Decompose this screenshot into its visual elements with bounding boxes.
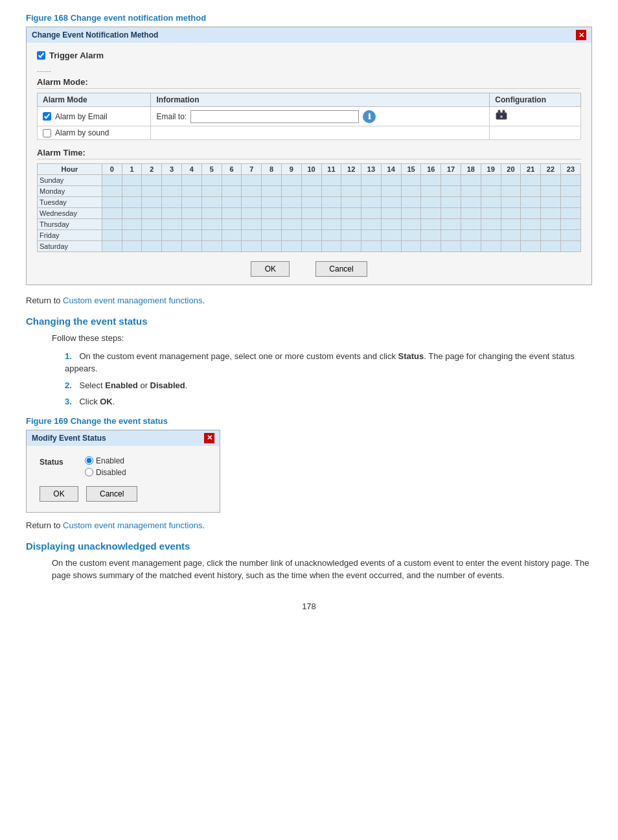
hour-cell[interactable] xyxy=(201,175,222,186)
alarm-by-email-checkbox[interactable] xyxy=(43,112,51,121)
hour-cell[interactable] xyxy=(102,241,122,252)
custom-event-link-168[interactable]: Custom event management functions xyxy=(63,296,202,305)
custom-event-link-169[interactable]: Custom event management functions xyxy=(63,520,202,530)
hour-cell[interactable] xyxy=(560,197,580,208)
hour-cell[interactable] xyxy=(102,175,122,186)
close-icon[interactable]: ✕ xyxy=(576,30,586,40)
hour-cell[interactable] xyxy=(381,197,401,208)
hour-cell[interactable] xyxy=(560,175,580,186)
hour-cell[interactable] xyxy=(281,197,301,208)
hour-cell[interactable] xyxy=(381,186,401,197)
hour-cell[interactable] xyxy=(501,230,521,241)
hour-cell[interactable] xyxy=(182,197,202,208)
hour-cell[interactable] xyxy=(521,186,541,197)
hour-cell[interactable] xyxy=(441,175,461,186)
hour-cell[interactable] xyxy=(521,197,541,208)
hour-cell[interactable] xyxy=(541,208,561,219)
hour-cell[interactable] xyxy=(481,241,501,252)
hour-cell[interactable] xyxy=(341,208,361,219)
ok-button[interactable]: OK xyxy=(251,261,290,277)
hour-cell[interactable] xyxy=(222,241,242,252)
hour-cell[interactable] xyxy=(142,208,162,219)
hour-cell[interactable] xyxy=(301,230,321,241)
hour-cell[interactable] xyxy=(321,197,341,208)
hour-cell[interactable] xyxy=(461,219,481,230)
hour-cell[interactable] xyxy=(122,208,142,219)
cancel-button-169[interactable]: Cancel xyxy=(86,486,137,502)
hour-cell[interactable] xyxy=(341,186,361,197)
hour-cell[interactable] xyxy=(401,219,421,230)
hour-cell[interactable] xyxy=(421,197,441,208)
hour-cell[interactable] xyxy=(421,186,441,197)
hour-cell[interactable] xyxy=(441,186,461,197)
hour-cell[interactable] xyxy=(481,175,501,186)
hour-cell[interactable] xyxy=(262,186,282,197)
hour-cell[interactable] xyxy=(521,219,541,230)
hour-cell[interactable] xyxy=(341,219,361,230)
hour-cell[interactable] xyxy=(122,197,142,208)
hour-cell[interactable] xyxy=(201,186,222,197)
hour-cell[interactable] xyxy=(242,175,262,186)
hour-cell[interactable] xyxy=(361,219,382,230)
hour-cell[interactable] xyxy=(301,175,321,186)
hour-cell[interactable] xyxy=(182,175,202,186)
hour-cell[interactable] xyxy=(541,175,561,186)
hour-cell[interactable] xyxy=(262,230,282,241)
hour-cell[interactable] xyxy=(242,186,262,197)
hour-cell[interactable] xyxy=(262,208,282,219)
hour-cell[interactable] xyxy=(122,230,142,241)
radio-enabled[interactable] xyxy=(85,456,93,465)
hour-cell[interactable] xyxy=(560,208,580,219)
hour-cell[interactable] xyxy=(421,230,441,241)
hour-cell[interactable] xyxy=(461,230,481,241)
hour-cell[interactable] xyxy=(461,175,481,186)
hour-cell[interactable] xyxy=(102,230,122,241)
hour-cell[interactable] xyxy=(560,230,580,241)
hour-cell[interactable] xyxy=(162,208,182,219)
hour-cell[interactable] xyxy=(361,230,382,241)
hour-cell[interactable] xyxy=(182,208,202,219)
hour-cell[interactable] xyxy=(541,219,561,230)
hour-cell[interactable] xyxy=(102,208,122,219)
hour-cell[interactable] xyxy=(242,241,262,252)
hour-cell[interactable] xyxy=(421,241,441,252)
hour-cell[interactable] xyxy=(162,219,182,230)
hour-cell[interactable] xyxy=(222,219,242,230)
hour-cell[interactable] xyxy=(281,230,301,241)
hour-cell[interactable] xyxy=(301,186,321,197)
hour-cell[interactable] xyxy=(142,230,162,241)
hour-cell[interactable] xyxy=(321,208,341,219)
hour-cell[interactable] xyxy=(521,208,541,219)
hour-cell[interactable] xyxy=(560,219,580,230)
hour-cell[interactable] xyxy=(381,219,401,230)
hour-cell[interactable] xyxy=(201,241,222,252)
hour-cell[interactable] xyxy=(501,175,521,186)
hour-cell[interactable] xyxy=(162,186,182,197)
hour-cell[interactable] xyxy=(182,219,202,230)
hour-cell[interactable] xyxy=(162,197,182,208)
hour-cell[interactable] xyxy=(401,197,421,208)
hour-cell[interactable] xyxy=(441,241,461,252)
hour-cell[interactable] xyxy=(441,208,461,219)
hour-cell[interactable] xyxy=(182,230,202,241)
alarm-by-sound-checkbox[interactable] xyxy=(43,129,51,137)
hour-cell[interactable] xyxy=(560,186,580,197)
hour-cell[interactable] xyxy=(481,219,501,230)
hour-cell[interactable] xyxy=(381,230,401,241)
hour-cell[interactable] xyxy=(102,197,122,208)
hour-cell[interactable] xyxy=(222,197,242,208)
hour-cell[interactable] xyxy=(262,175,282,186)
hour-cell[interactable] xyxy=(162,241,182,252)
hour-cell[interactable] xyxy=(361,208,382,219)
hour-cell[interactable] xyxy=(162,175,182,186)
hour-cell[interactable] xyxy=(441,197,461,208)
hour-cell[interactable] xyxy=(461,241,481,252)
hour-cell[interactable] xyxy=(361,175,382,186)
hour-cell[interactable] xyxy=(521,175,541,186)
hour-cell[interactable] xyxy=(201,230,222,241)
hour-cell[interactable] xyxy=(222,230,242,241)
hour-cell[interactable] xyxy=(122,186,142,197)
hour-cell[interactable] xyxy=(501,197,521,208)
hour-cell[interactable] xyxy=(182,241,202,252)
hour-cell[interactable] xyxy=(481,186,501,197)
